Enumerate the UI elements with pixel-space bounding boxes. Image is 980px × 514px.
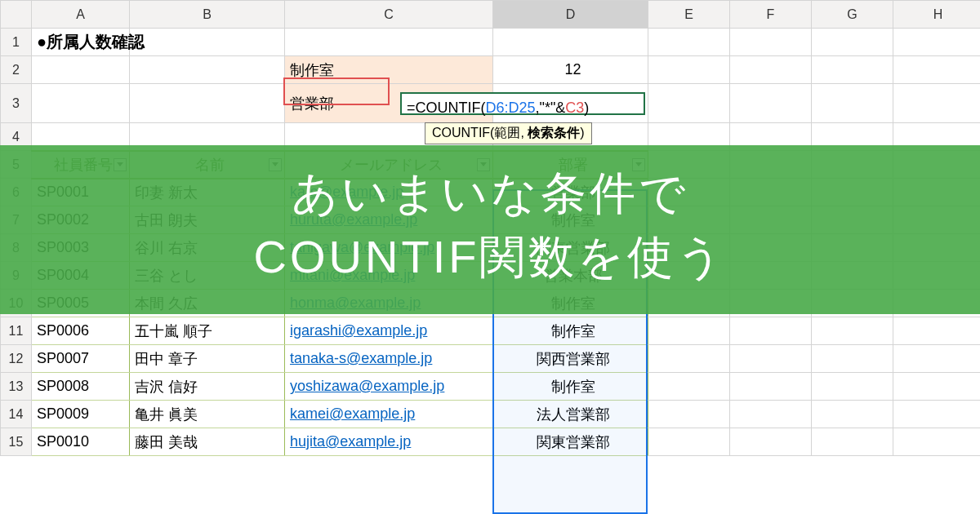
email-link[interactable]: igarashi@example.jp [290,322,427,339]
email-link[interactable]: hujita@example.jp [290,433,411,450]
function-tooltip: COUNTIF(範囲, 検索条件) [425,122,592,144]
col-header-B[interactable]: B [130,1,285,29]
row-header-14[interactable]: 14 [1,401,32,428]
col-header-G[interactable]: G [812,1,893,29]
col-header-H[interactable]: H [893,1,981,29]
col-header-D[interactable]: D [493,1,648,29]
cell-C2[interactable]: 制作室 [285,56,493,84]
tutorial-banner: あいまいな条件で COUNTIF関数を使う [0,145,980,314]
email-link[interactable]: yoshizawa@example.jp [290,378,444,394]
col-header-E[interactable]: E [648,1,730,29]
row-header-2[interactable]: 2 [1,56,32,84]
select-all-corner[interactable] [1,1,32,29]
row-header-3[interactable]: 3 [1,84,32,123]
row-header-15[interactable]: 15 [1,428,32,456]
cell-A1[interactable]: ●所属人数確認 [32,29,130,56]
row-header-1[interactable]: 1 [1,29,32,56]
cell-D3[interactable] [493,84,648,123]
cell-B1[interactable] [130,29,285,56]
row-header-11[interactable]: 11 [1,317,32,345]
col-header-F[interactable]: F [730,1,812,29]
banner-line2: COUNTIF関数を使う [0,225,980,289]
col-header-A[interactable]: A [32,1,130,29]
col-header-C[interactable]: C [285,1,493,29]
row-header-12[interactable]: 12 [1,345,32,373]
banner-line1: あいまいな条件で [0,162,980,225]
sheet-title: ●所属人数確認 [37,33,145,51]
cell-D2[interactable]: 12 [493,56,648,84]
email-link[interactable]: tanaka-s@example.jp [290,350,432,366]
cell-C3[interactable]: 営業部 [285,84,493,123]
email-link[interactable]: kamei@example.jp [290,405,415,422]
column-header-row: A B C D E F G H [1,1,981,29]
row-header-13[interactable]: 13 [1,373,32,401]
